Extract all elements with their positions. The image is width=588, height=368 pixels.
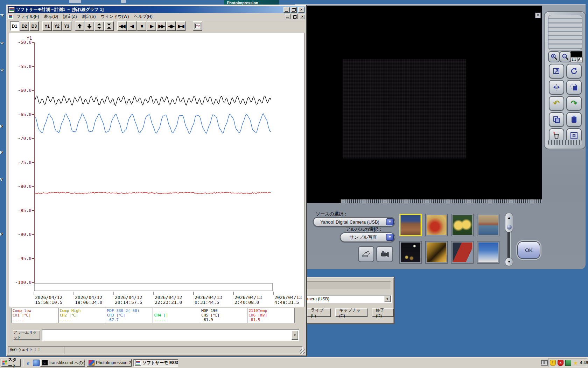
camera-button[interactable] bbox=[376, 246, 393, 262]
security-alert-icon[interactable]: ! bbox=[550, 360, 556, 366]
internet-explorer-icon[interactable]: e bbox=[25, 360, 31, 366]
child-window-icon[interactable] bbox=[8, 14, 13, 19]
axis-y2-button[interactable]: Y2 bbox=[52, 21, 62, 31]
menu-1[interactable]: 表示(D) bbox=[41, 13, 61, 20]
source-select-dropdown[interactable]: Yahoo! Digital Camera (USB) ▼ bbox=[313, 217, 395, 227]
child-minimize-button[interactable] bbox=[285, 14, 290, 19]
resize-button[interactable] bbox=[549, 64, 564, 79]
close-button[interactable]: × bbox=[298, 7, 304, 13]
start-label: スタート bbox=[8, 357, 20, 368]
alarm-reset-button[interactable]: アラームリセット bbox=[13, 330, 40, 340]
thumbnail-night-city[interactable] bbox=[399, 241, 422, 264]
step-back-button[interactable]: ◀ bbox=[127, 21, 136, 31]
thumbnail-yellow-flowers[interactable] bbox=[451, 214, 474, 236]
task-button-2[interactable]: ソフトサーモ E830 bbox=[133, 359, 178, 367]
thumbnail-gold-abstract[interactable] bbox=[425, 241, 448, 264]
ok-button[interactable]: OK bbox=[517, 241, 540, 259]
step-forward-button[interactable]: ▶ bbox=[147, 21, 156, 31]
thumbnail-cardinal-bird[interactable] bbox=[425, 214, 448, 236]
thumbnail-rock-spires[interactable] bbox=[399, 214, 422, 236]
zoom-in-button[interactable] bbox=[548, 51, 560, 62]
scroll-up-button[interactable]: ▲ bbox=[505, 213, 513, 232]
keyboard-layout-icon[interactable] bbox=[541, 360, 548, 366]
star-icon[interactable]: ★ bbox=[573, 360, 578, 366]
security-error-icon[interactable]: × bbox=[558, 360, 564, 366]
dialog-button-2[interactable]: 終了(D) bbox=[372, 308, 394, 317]
menu-5[interactable]: ヘルプ(H) bbox=[131, 13, 155, 20]
graph-settings-button[interactable] bbox=[193, 21, 202, 31]
thumbnail-sky-clouds[interactable] bbox=[477, 241, 499, 264]
menu-0[interactable]: ファイル(F) bbox=[14, 13, 41, 20]
clock[interactable]: 4:49 bbox=[580, 360, 588, 365]
status-bar-section bbox=[64, 346, 303, 354]
app-icon bbox=[8, 7, 15, 13]
dialog-button-0[interactable]: ライブ(L) bbox=[307, 308, 331, 317]
fast-forward-button[interactable]: ▶▶ bbox=[156, 21, 166, 31]
minimize-button[interactable] bbox=[284, 7, 290, 13]
alarm-combobox[interactable]: ▼ bbox=[42, 329, 299, 341]
expand-vertical-button[interactable] bbox=[94, 21, 104, 31]
menu-2[interactable]: 設定(Z) bbox=[61, 13, 79, 20]
album-select-value: サンプル写真 bbox=[341, 234, 386, 240]
flip-horizontal-button[interactable] bbox=[549, 80, 564, 95]
dialog-button-1[interactable]: キャプチャ(C) bbox=[335, 308, 368, 317]
actual-size-button[interactable]: 1:1 bbox=[570, 57, 577, 62]
thumbnail-harbor-town[interactable] bbox=[477, 214, 499, 236]
video-camera-icon bbox=[380, 250, 389, 258]
child-close-button[interactable]: × bbox=[300, 14, 305, 19]
display-d3-button[interactable]: D3 bbox=[29, 21, 39, 31]
pan-down-button[interactable] bbox=[85, 21, 94, 31]
undo-button[interactable]: ↶ bbox=[549, 96, 564, 111]
rewind-button[interactable]: ◀◀ bbox=[117, 21, 127, 31]
desktop: PhotoImpression マママPPVP ✕ ソースの選択： Yahoo!… bbox=[0, 0, 588, 368]
paste-button[interactable] bbox=[566, 112, 582, 127]
album-select-dropdown[interactable]: サンプル写真 ▼ bbox=[340, 232, 395, 242]
removable-device-icon[interactable] bbox=[565, 360, 571, 366]
copy-button[interactable] bbox=[549, 112, 564, 127]
zoom-out-button[interactable] bbox=[559, 51, 571, 62]
display-d1-button[interactable]: D1 bbox=[10, 21, 19, 31]
axis-y1-button[interactable]: Y1 bbox=[42, 21, 52, 31]
menu-3[interactable]: 測定(S) bbox=[79, 13, 98, 20]
outlook-icon[interactable] bbox=[33, 360, 40, 366]
stop-button[interactable]: ■ bbox=[137, 21, 146, 31]
chevron-down-icon[interactable]: ▼ bbox=[386, 234, 394, 241]
scroll-down-button[interactable]: ▼ bbox=[505, 258, 513, 266]
start-button[interactable]: スタート bbox=[1, 359, 21, 367]
legend-ch5: MDF-190CH5 [℃]-61.9 bbox=[200, 308, 247, 323]
compress-x-button[interactable]: ▶◀ bbox=[176, 21, 186, 31]
desktop-icon-fragment bbox=[121, 0, 126, 3]
chevron-down-icon[interactable]: ▼ bbox=[384, 296, 391, 302]
camera-source-combobox[interactable]: amera (USB) ▼ bbox=[303, 295, 392, 303]
scanner-button[interactable] bbox=[358, 246, 374, 262]
scroll-knob[interactable] bbox=[507, 225, 512, 230]
expand-x-button[interactable]: ◀▶ bbox=[166, 21, 176, 31]
desktop-icon-label-fragment: P bbox=[0, 150, 5, 155]
redo-button[interactable]: ↷ bbox=[566, 96, 582, 111]
camera-preview bbox=[299, 6, 542, 203]
cascade-windows-icon[interactable] bbox=[577, 57, 583, 62]
task-button-0[interactable]: C:transfile.cmd へのショート... bbox=[40, 359, 85, 367]
child-restore-button[interactable] bbox=[292, 14, 298, 19]
resize-grip[interactable] bbox=[300, 349, 305, 354]
toolbar-divider[interactable] bbox=[22, 359, 23, 366]
title-bar[interactable]: ソフトサーモ計測－計測1 － [折れ線グラフ 1] × bbox=[8, 6, 305, 13]
restore-button[interactable] bbox=[290, 7, 297, 13]
axis-y3-button[interactable]: Y3 bbox=[62, 21, 71, 31]
pan-up-button[interactable] bbox=[75, 21, 84, 31]
menu-4[interactable]: ウィンドウ(W) bbox=[98, 13, 131, 20]
task-label: ソフトサーモ E830 bbox=[142, 360, 178, 366]
compress-vertical-button[interactable] bbox=[104, 21, 114, 31]
display-d2-button[interactable]: D2 bbox=[20, 21, 29, 31]
crop-rotate-button[interactable] bbox=[566, 80, 582, 95]
softthermo-window: ソフトサーモ計測－計測1 － [折れ線グラフ 1] × ファイル(F)表示(D)… bbox=[6, 5, 307, 356]
chevron-down-icon[interactable]: ▼ bbox=[292, 330, 298, 340]
rotate-button[interactable] bbox=[566, 64, 582, 79]
chevron-down-icon[interactable]: ▼ bbox=[386, 218, 394, 225]
svg-text:4:48:31.5: 4:48:31.5 bbox=[274, 300, 299, 305]
legend-ch4: CH4 []----- bbox=[153, 308, 200, 323]
preview-close-icon[interactable]: ✕ bbox=[535, 13, 541, 18]
task-icon bbox=[135, 360, 141, 366]
thumbnail-red-ship[interactable] bbox=[451, 241, 474, 264]
task-button-1[interactable]: PhotoImpression 2000 bbox=[87, 359, 132, 367]
